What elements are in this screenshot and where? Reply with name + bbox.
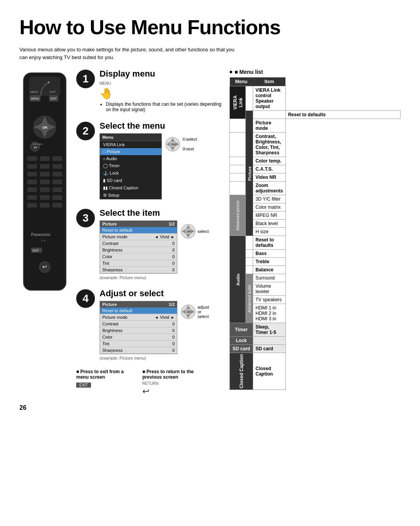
step4-example: (example: Picture menu) — [100, 356, 222, 360]
picture-label: Picture — [246, 111, 253, 236]
picture-cats-row: C.A.T.S. — [230, 165, 401, 173]
step-1: 1 Display menu MENU 🤚 Displays the funct… — [76, 69, 222, 112]
pm-header-4: Picture 1/2 — [100, 301, 177, 308]
sdcard-label: SD card — [230, 345, 253, 353]
pm-reset-3: Reset to default — [100, 227, 177, 234]
pic-spacer2 — [230, 119, 246, 133]
picture-zoom-row: Zoom adjustments — [230, 182, 401, 195]
pm-reset-4: Reset to default — [100, 308, 177, 314]
step-3: 3 Select the item Picture 1/2 Reset to d… — [76, 208, 222, 280]
pic-spacer3 — [230, 133, 246, 157]
menu-item-viera: VIERA Link — [100, 141, 161, 148]
step-4-number: 4 — [76, 289, 95, 308]
sdcard-items: SD card — [253, 345, 286, 353]
select-annotation: OK ①select ②next — [165, 136, 197, 152]
pm-tint-4: Tint0 — [100, 341, 177, 347]
timer-items: Sleep, Timer 1-5 — [253, 323, 286, 337]
ok-nav-svg: OK — [165, 136, 180, 152]
pm-mode-3: Picture mode ◄ Vivid ► — [100, 234, 177, 240]
pm-sharpness-4: Sharpness0 — [100, 347, 177, 354]
pic-blacklevel: Black level — [253, 220, 286, 228]
picture-reset-row: Picture Reset to defaults — [230, 111, 401, 119]
viera-link-label: VIERALink — [230, 86, 246, 119]
pm-tint-3: Tint0 — [100, 260, 177, 267]
pm-contrast-3: Contrast0 — [100, 240, 177, 247]
press-exit-title: ■ Press to exit from a menu screen — [76, 369, 131, 380]
steps-container: 1 Display menu MENU 🤚 Displays the funct… — [76, 69, 222, 397]
menu-item-timer: ◯ Timer — [100, 162, 161, 170]
audio-reset-row: Audio Reset to defaults — [230, 236, 401, 250]
audio-balance-row: Balance — [230, 266, 401, 274]
adv-picture-label: Advanced picture — [230, 195, 246, 236]
picture-3dyc-row: Advanced picture 3D Y/C filter — [230, 195, 401, 203]
press-return-title: ■ Press to return to the previous screen — [142, 369, 197, 380]
remote-illustration: MENU EXIT MENU EXIT — [19, 69, 70, 397]
step-3-number: 3 — [76, 209, 95, 227]
svg-rect-29 — [52, 180, 62, 184]
step-1-desc: Displays the functions that can be set (… — [106, 101, 222, 112]
timer-row: Timer Sleep, Timer 1-5 — [230, 323, 401, 337]
page-number: 26 — [19, 404, 222, 411]
picture-colormatrix-row: Color matrix — [230, 203, 401, 211]
picture-hsize-row: H size — [230, 228, 401, 236]
timer-label: Timer — [230, 323, 253, 337]
viera-link-row: VIERALink VIERA Link controlSpeaker outp… — [230, 86, 401, 111]
picture-colortemp-row: Color temp. — [230, 157, 401, 165]
pic-spacer5 — [230, 165, 246, 173]
menu-mockup-step2: Menu VIERA Link □ Picture ♪ Audio ◯ Time… — [100, 133, 162, 199]
pic-spacer4 — [230, 157, 246, 165]
intro-text: Various menus allow you to make settings… — [19, 46, 237, 61]
svg-rect-34 — [40, 195, 50, 200]
menu-mockup-header: Menu — [100, 134, 161, 141]
press-exit-block: ■ Press to exit from a menu screen EXIT — [76, 369, 131, 397]
svg-text:EXIT: EXIT — [50, 91, 56, 93]
viera-link-control: VIERA Link controlSpeaker output — [253, 86, 286, 111]
pic-reset: Reset to defaults — [285, 111, 400, 119]
picture-contrast-row: Contrast, Brightness,Color, Tint, Sharpn… — [230, 133, 401, 157]
return-label: RETURN — [142, 381, 197, 386]
pic-3dyc: 3D Y/C filter — [253, 195, 286, 203]
aud-spacer1 — [246, 236, 253, 250]
aud-tvspeakers: TV speakers — [253, 296, 286, 304]
svg-text:EXIT: EXIT — [33, 249, 39, 252]
svg-text:OK: OK — [187, 230, 191, 233]
svg-rect-27 — [27, 180, 37, 184]
return-icon: ↩ — [142, 386, 197, 397]
step4-labels: adjust or select — [198, 305, 209, 319]
step3-example: (example: Picture menu) — [100, 275, 222, 280]
caption-items: Closed Caption — [253, 353, 286, 390]
ok-nav-svg-3: OK — [180, 224, 196, 239]
select-label: ①select ②next — [182, 137, 197, 152]
menu-item-setup: ⚙ Setup — [100, 192, 161, 199]
col-menu: Menu — [230, 77, 253, 86]
lock-items — [253, 337, 286, 345]
svg-rect-20 — [52, 156, 62, 161]
aud-spacer4 — [246, 266, 253, 274]
pic-contrast: Contrast, Brightness,Color, Tint, Sharpn… — [253, 133, 286, 157]
pm-color-4: Color0 — [100, 334, 177, 341]
caption-row: Closed Caption Closed Caption — [230, 353, 401, 390]
svg-rect-23 — [52, 164, 62, 169]
audio-label: Audio — [230, 236, 246, 323]
step4-nav: OK adjust or select — [180, 304, 209, 320]
aud-balance: Balance — [253, 266, 286, 274]
svg-text:MENU: MENU — [31, 97, 39, 100]
step3-nav: OK select — [180, 224, 209, 239]
svg-rect-28 — [40, 180, 50, 184]
pm-brightness-4: Brightness0 — [100, 327, 177, 334]
audio-tvspeakers-row: TV speakers — [230, 296, 401, 304]
caption-label: Closed Caption — [230, 353, 253, 390]
step-4-title: Adjust or select — [100, 288, 222, 299]
picture-videonr-row: Video NR — [230, 173, 401, 182]
aud-spacer3 — [246, 258, 253, 266]
svg-text:Panasonic: Panasonic — [31, 232, 51, 237]
lock-label: Lock — [230, 337, 253, 345]
sdcard-row: SD card SD card — [230, 345, 401, 353]
svg-rect-35 — [52, 195, 62, 200]
step-3-content: Select the item Picture 1/2 Reset to def… — [100, 208, 222, 280]
step-2-title: Select the menu — [100, 121, 222, 131]
svg-text:↩: ↩ — [34, 145, 37, 150]
step3-select-label: select — [198, 229, 209, 234]
menu-item-picture: □ Picture — [100, 148, 161, 155]
menu-item-cc: ▮▮ Closed Caption — [100, 184, 161, 192]
